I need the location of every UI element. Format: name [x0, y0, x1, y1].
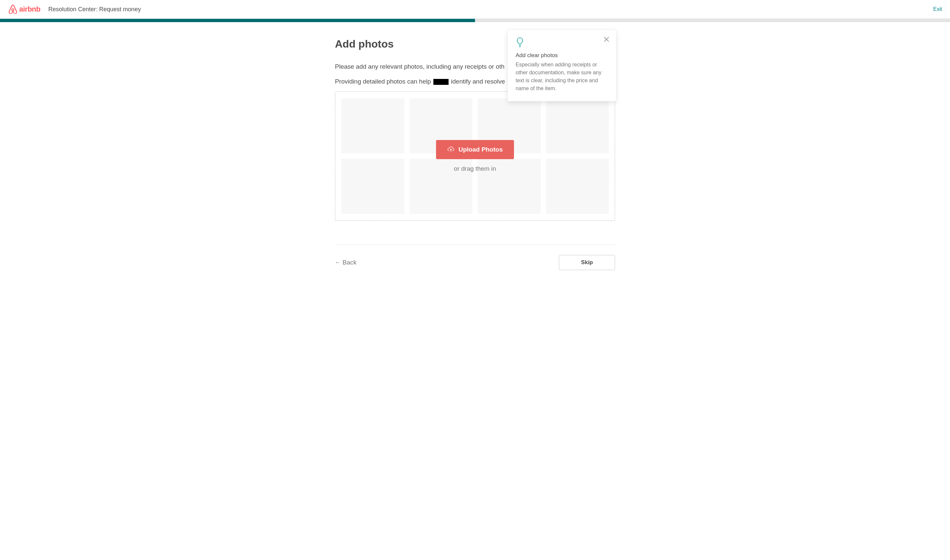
drop-overlay: Upload Photos or drag them in	[335, 140, 615, 172]
airbnb-belo-icon	[8, 4, 18, 14]
instruction-line-1-text: Please add any relevant photos, includin…	[335, 63, 504, 70]
tip-card: Add clear photos Especially when adding …	[507, 29, 616, 102]
back-label: Back	[343, 259, 356, 266]
arrow-left-icon: ←	[335, 259, 340, 266]
exit-link[interactable]: Exit	[933, 6, 942, 12]
cloud-upload-icon	[447, 146, 454, 152]
back-button[interactable]: ← Back	[335, 259, 356, 266]
tip-body: Especially when adding receipts or other…	[516, 61, 608, 92]
header-left: airbnb Resolution Center: Request money	[8, 4, 141, 14]
instruction-line-2-suffix: identify and resolve	[449, 78, 505, 85]
instruction-line-2-prefix: Providing detailed photos can help	[335, 78, 433, 85]
redacted-name	[433, 79, 448, 85]
main-content: Add photos Please add any relevant photo…	[335, 22, 615, 278]
drag-hint: or drag them in	[454, 165, 496, 172]
tip-close-button[interactable]	[604, 36, 610, 43]
brand-name: airbnb	[19, 5, 40, 14]
header-bar: airbnb Resolution Center: Request money …	[0, 0, 950, 19]
upload-button-label: Upload Photos	[459, 146, 503, 153]
photo-dropzone[interactable]: Upload Photos or drag them in	[335, 91, 615, 221]
progress-fill	[0, 19, 475, 22]
upload-photos-button[interactable]: Upload Photos	[436, 140, 514, 159]
progress-bar	[0, 19, 950, 22]
tip-title: Add clear photos	[516, 52, 608, 59]
skip-button[interactable]: Skip	[559, 255, 615, 270]
close-icon	[604, 36, 610, 42]
page-context-title: Resolution Center: Request money	[48, 6, 141, 13]
lightbulb-icon	[516, 37, 608, 49]
footer-actions: ← Back Skip	[335, 245, 615, 278]
airbnb-logo[interactable]: airbnb	[8, 4, 40, 14]
